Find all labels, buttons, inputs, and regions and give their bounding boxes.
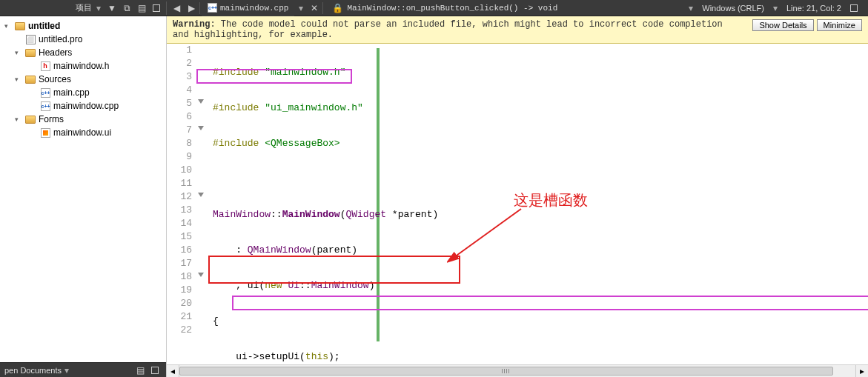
folder-icon (25, 76, 36, 84)
folder-icon (25, 116, 36, 124)
tab-label-left: 项目 (76, 2, 92, 13)
headers-folder[interactable]: ▾ Headers (0, 46, 166, 59)
source-file-node[interactable]: ▾c++ main.cpp (0, 86, 166, 99)
symbol-label: MainWindow::on_pushButton_clicked() -> v… (347, 4, 557, 13)
fold-icon[interactable] (198, 126, 204, 130)
split-icon[interactable] (150, 1, 163, 15)
cpp-file-icon: c++ (41, 88, 50, 98)
tab-filename: mainwindow.cpp (220, 4, 288, 13)
code-editor[interactable]: 12345678910111213141516171819202122 #inc… (167, 44, 868, 364)
dropdown-icon[interactable]: ▾ (686, 3, 696, 13)
project-sidebar: ▾ untitled ▾⬜ untitled.pro ▾ Headers ▾h … (0, 16, 167, 377)
pro-file-node[interactable]: ▾⬜ untitled.pro (0, 33, 166, 46)
scroll-thumb[interactable] (179, 367, 833, 376)
close-panel-icon[interactable] (148, 364, 162, 377)
warning-message: : The code model could not parse an incl… (173, 19, 723, 40)
cpp-file-icon: c++ (41, 101, 50, 111)
line-ending[interactable]: Windows (CRLF) (702, 4, 764, 13)
project-name: untitled (28, 21, 60, 31)
dropdown-icon[interactable]: ▾ (296, 3, 306, 13)
warning-bar: Warning: The code model could not parse … (167, 16, 868, 44)
code-content[interactable]: #include "mainwindow.h" #include "ui_mai… (210, 44, 868, 364)
source-file-label: mainwindow.cpp (53, 101, 119, 111)
horizontal-scrollbar[interactable]: ◂ ▸ (167, 364, 868, 377)
pro-file-label: untitled.pro (39, 34, 82, 44)
prev-icon[interactable]: ◀ (170, 1, 183, 15)
ui-file-label: mainwindow.ui (53, 127, 111, 138)
editor-pane: Warning: The code model could not parse … (167, 16, 868, 377)
fold-column (196, 44, 210, 364)
dropdown-arrow-icon[interactable]: ▾ (93, 3, 104, 13)
warning-prefix: Warning (173, 19, 210, 30)
forms-folder[interactable]: ▾ Forms (0, 113, 166, 126)
line-gutter: 12345678910111213141516171819202122 (167, 44, 196, 364)
show-details-button[interactable]: Show Details (752, 19, 813, 31)
header-file-label: mainwindow.h (53, 61, 109, 71)
fold-icon[interactable] (198, 193, 204, 197)
dropdown-icon[interactable]: ▾ (770, 3, 781, 13)
scroll-left-icon[interactable]: ◂ (167, 365, 179, 378)
file-tab[interactable]: c++ mainwindow.cpp (202, 0, 294, 16)
scroll-right-icon[interactable]: ▸ (855, 365, 868, 378)
forms-label: Forms (39, 114, 64, 124)
sidebar-footer: pen Documents ▾ ▤ (0, 362, 166, 377)
next-icon[interactable]: ▶ (185, 1, 198, 15)
project-root[interactable]: ▾ untitled (0, 19, 166, 33)
close-tab-icon[interactable]: ✕ (308, 1, 321, 15)
link-icon[interactable]: ⧉ (120, 1, 133, 15)
folder-icon (25, 49, 36, 57)
open-docs-label: pen Documents (4, 366, 62, 375)
minimize-button[interactable]: Minimize (817, 19, 862, 31)
h-file-icon: h (41, 61, 50, 71)
project-tree: ▾ untitled ▾⬜ untitled.pro ▾ Headers ▾h … (0, 16, 166, 362)
top-toolbar: 项目 ▾ ▼ ⧉ ▤ ◀ ▶ c++ mainwindow.cpp ▾ ✕ 🔒 … (0, 0, 868, 16)
sources-folder[interactable]: ▾ Sources (0, 73, 166, 86)
folder-icon (15, 22, 25, 30)
source-file-node[interactable]: ▾c++ mainwindow.cpp (0, 99, 166, 113)
ui-file-node[interactable]: ▾ mainwindow.ui (0, 126, 166, 139)
filter-icon[interactable]: ▼ (105, 1, 119, 15)
dropdown-icon[interactable]: ▾ (62, 365, 72, 376)
annotation-text: 这是槽函数 (514, 190, 588, 210)
pro-file-icon: ⬜ (26, 35, 36, 44)
source-file-label: main.cpp (53, 87, 90, 98)
headers-label: Headers (39, 47, 72, 58)
cursor-position[interactable]: Line: 21, Col: 2 (786, 4, 841, 13)
split-panel-icon[interactable] (847, 1, 861, 15)
ui-file-icon (41, 128, 50, 138)
sources-label: Sources (39, 74, 71, 84)
split-icon[interactable]: ▤ (133, 364, 147, 377)
lock-icon: 🔒 (331, 1, 344, 15)
cpp-file-icon: c++ (208, 3, 217, 13)
highlight-messagebox (232, 296, 868, 310)
symbol-nav[interactable]: 🔒 MainWindow::on_pushButton_clicked() ->… (325, 0, 563, 16)
fold-icon[interactable] (198, 273, 204, 277)
fold-icon[interactable] (198, 99, 204, 104)
add-icon[interactable]: ▤ (135, 1, 148, 15)
header-file-node[interactable]: ▾h mainwindow.h (0, 59, 166, 73)
